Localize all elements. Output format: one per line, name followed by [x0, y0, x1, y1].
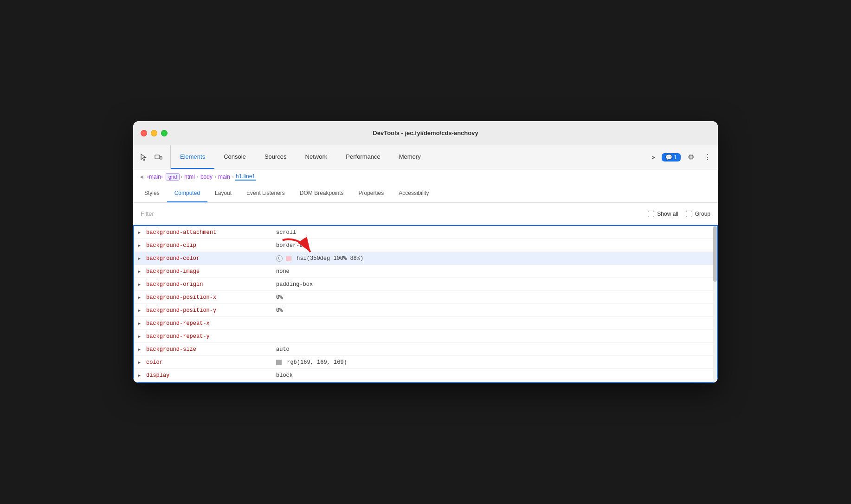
- prop-name-background-color: background-color: [146, 255, 276, 262]
- expand-icon[interactable]: ▶: [138, 334, 143, 339]
- subtab-computed[interactable]: Computed: [167, 184, 207, 202]
- group-label[interactable]: Group: [686, 211, 710, 217]
- prop-name-background-origin: background-origin: [146, 281, 276, 288]
- expand-icon[interactable]: ▶: [138, 256, 143, 261]
- svg-rect-1: [160, 156, 162, 159]
- prop-name-color: color: [146, 359, 276, 366]
- titlebar: DevTools - jec.fyi/demo/cds-anchovy: [133, 121, 718, 145]
- breadcrumb-h1[interactable]: h1.line1: [235, 173, 256, 181]
- expand-icon[interactable]: ▶: [138, 282, 143, 287]
- prop-value-background-color: ↻ hsl(350deg 100% 88%): [276, 255, 363, 262]
- tab-console[interactable]: Console: [214, 145, 255, 169]
- prop-value-background-position-x: 0%: [276, 294, 283, 301]
- subtab-layout[interactable]: Layout: [207, 184, 239, 202]
- show-all-label[interactable]: Show all: [648, 211, 678, 217]
- color-swatch-pink[interactable]: [286, 256, 291, 261]
- show-all-checkbox[interactable]: [648, 211, 654, 217]
- breadcrumb-main[interactable]: main: [217, 174, 231, 180]
- tab-elements[interactable]: Elements: [171, 145, 214, 169]
- prop-name-background-repeat-y: background-repeat-y: [146, 333, 276, 340]
- subtab-event-listeners[interactable]: Event Listeners: [239, 184, 292, 202]
- tabs-container: Elements Console Sources Network Perform…: [171, 145, 645, 169]
- expand-icon[interactable]: ▶: [138, 308, 143, 313]
- prop-name-background-size: background-size: [146, 346, 276, 353]
- prop-name-display: display: [146, 372, 276, 379]
- breadcrumb-main-tag: ‹main›: [146, 174, 164, 180]
- tab-sources[interactable]: Sources: [255, 145, 296, 169]
- tabbar-right: » 💬 1 ⚙ ⋮: [645, 145, 714, 169]
- prop-value-color: rgb(169, 169, 169): [276, 359, 347, 366]
- tab-network[interactable]: Network: [296, 145, 337, 169]
- prop-row-display[interactable]: ▶ display block: [134, 369, 717, 382]
- prop-row-background-origin[interactable]: ▶ background-origin padding-box: [134, 278, 717, 291]
- prop-name-background-position-y: background-position-y: [146, 307, 276, 314]
- filter-input[interactable]: [141, 210, 648, 217]
- tab-memory[interactable]: Memory: [390, 145, 430, 169]
- minimize-button[interactable]: [151, 130, 157, 136]
- device-toggle-icon[interactable]: [152, 151, 165, 164]
- breadcrumb-arrow: ◄: [139, 174, 144, 180]
- prop-row-background-clip[interactable]: ▶ background-clip border-box: [134, 239, 717, 252]
- subtabbar: Styles Computed Layout Event Listeners D…: [133, 184, 718, 203]
- filter-bar: Show all Group: [133, 203, 718, 225]
- expand-icon[interactable]: ▶: [138, 373, 143, 378]
- svg-rect-0: [155, 155, 160, 159]
- prop-name-background-attachment: background-attachment: [146, 229, 276, 236]
- expand-icon[interactable]: ▶: [138, 360, 143, 365]
- prop-value-background-origin: padding-box: [276, 281, 313, 288]
- devtools-window: DevTools - jec.fyi/demo/cds-anchovy Elem…: [133, 121, 718, 383]
- expand-icon[interactable]: ▶: [138, 230, 143, 235]
- more-tabs-button[interactable]: »: [649, 152, 658, 162]
- filter-options: Show all Group: [648, 211, 710, 217]
- expand-icon[interactable]: ▶: [138, 321, 143, 326]
- scrollbar-thumb[interactable]: [713, 226, 717, 282]
- prop-name-background-image: background-image: [146, 268, 276, 275]
- main-tabbar: Elements Console Sources Network Perform…: [133, 145, 718, 169]
- scrollbar[interactable]: [713, 226, 717, 382]
- inherit-circle-icon: ↻: [276, 255, 283, 262]
- breadcrumb-body[interactable]: body: [200, 174, 213, 180]
- color-swatch-gray[interactable]: [276, 360, 282, 365]
- prop-value-background-position-y: 0%: [276, 307, 283, 314]
- settings-icon[interactable]: ⚙: [684, 151, 697, 164]
- close-button[interactable]: [141, 130, 147, 136]
- prop-row-background-attachment[interactable]: ▶ background-attachment scroll: [134, 226, 717, 239]
- window-title: DevTools - jec.fyi/demo/cds-anchovy: [373, 129, 478, 136]
- prop-row-background-position-y[interactable]: ▶ background-position-y 0%: [134, 304, 717, 317]
- prop-value-background-attachment: scroll: [276, 229, 296, 236]
- prop-row-background-size[interactable]: ▶ background-size auto: [134, 343, 717, 356]
- subtab-styles[interactable]: Styles: [137, 184, 167, 202]
- tab-performance[interactable]: Performance: [336, 145, 389, 169]
- properties-panel: ▶ background-attachment scroll ▶ backgro…: [133, 225, 718, 383]
- prop-value-background-image: none: [276, 268, 290, 275]
- more-options-icon[interactable]: ⋮: [701, 151, 714, 164]
- maximize-button[interactable]: [161, 130, 168, 136]
- prop-value-display: block: [276, 372, 293, 379]
- prop-name-background-clip: background-clip: [146, 242, 276, 249]
- subtab-accessibility[interactable]: Accessibility: [391, 184, 436, 202]
- subtab-dom-breakpoints[interactable]: DOM Breakpoints: [292, 184, 351, 202]
- traffic-lights: [141, 130, 168, 136]
- prop-row-background-repeat-x[interactable]: ▶ background-repeat-x: [134, 317, 717, 330]
- prop-value-background-size: auto: [276, 346, 290, 353]
- prop-row-background-image[interactable]: ▶ background-image none: [134, 265, 717, 278]
- prop-name-background-position-x: background-position-x: [146, 294, 276, 301]
- expand-icon[interactable]: ▶: [138, 295, 143, 300]
- prop-row-background-color[interactable]: ▶ background-color ↻ hsl(350deg 100% 88%…: [134, 252, 717, 265]
- expand-icon[interactable]: ▶: [138, 347, 143, 352]
- tabbar-tools: [137, 145, 171, 169]
- prop-row-background-position-x[interactable]: ▶ background-position-x 0%: [134, 291, 717, 304]
- prop-row-color[interactable]: ▶ color rgb(169, 169, 169): [134, 356, 717, 369]
- prop-value-background-clip: border-box: [276, 242, 309, 249]
- breadcrumb-html[interactable]: html: [183, 174, 196, 180]
- expand-icon[interactable]: ▶: [138, 243, 143, 248]
- group-checkbox[interactable]: [686, 211, 692, 217]
- cursor-icon[interactable]: [137, 151, 150, 164]
- prop-row-background-repeat-y[interactable]: ▶ background-repeat-y: [134, 330, 717, 343]
- breadcrumb: ◄ ‹main› grid › html › body › main › h1.…: [133, 169, 718, 184]
- prop-name-background-repeat-x: background-repeat-x: [146, 320, 276, 327]
- subtab-properties[interactable]: Properties: [351, 184, 392, 202]
- expand-icon[interactable]: ▶: [138, 269, 143, 274]
- grid-badge: grid: [166, 173, 180, 181]
- chat-badge[interactable]: 💬 1: [662, 153, 681, 162]
